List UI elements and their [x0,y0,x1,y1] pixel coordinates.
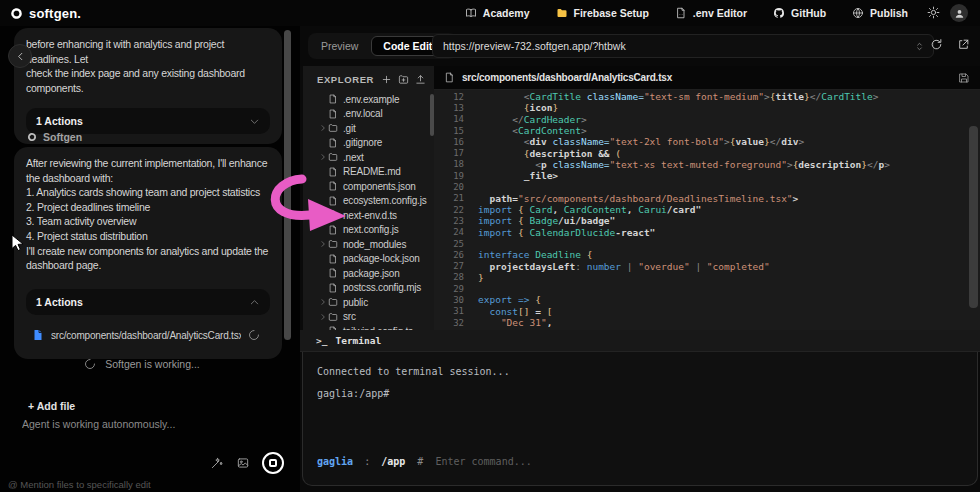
actions-label: 1 Actions [36,296,249,308]
code-line: 19 _file> [434,170,980,181]
code-line: 21 path="src/components/dashboard/Deadli… [434,193,980,204]
terminal-user: gaglia [317,456,353,467]
tab-preview[interactable]: Preview [310,37,369,55]
new-file-plus-icon[interactable] [381,74,392,85]
line-number: 32 [434,318,464,328]
explorer-item--next[interactable]: .next [303,150,434,165]
user-avatar[interactable] [950,4,968,22]
explorer-item-name: src [338,311,356,322]
explorer-item-src[interactable]: src [303,310,434,325]
file-icon [328,138,338,148]
refresh-icon[interactable] [930,38,943,51]
explorer-item-public[interactable]: public [303,295,434,310]
code-line: 15 <CardContent> [434,125,980,136]
previous-agent-message: before enhancing it with analytics and p… [14,28,282,144]
explorer-item-package-json[interactable]: package.json [303,266,434,281]
code-line: 18 <p className="text-xs text-muted-fore… [434,159,980,170]
explorer-item-name: components.json [338,181,416,192]
url-input[interactable] [433,40,914,52]
env-file-icon [675,7,687,19]
nav-item-firebase-setup[interactable]: Firebase Setup [556,7,649,19]
external-link-icon[interactable] [957,38,970,51]
explorer-item--git[interactable]: .git [303,121,434,136]
file-icon [328,94,338,104]
line-number: 13 [434,103,464,113]
chevron-right-icon [317,298,328,306]
explorer-item--gitignore[interactable]: .gitignore [303,136,434,151]
code-text: import { CalendarDlucide-react" [464,227,655,238]
image-icon[interactable] [236,456,250,470]
editor-open-file-path[interactable]: src/components/dashboard/AnalyticsCard.t… [462,72,951,83]
github-icon [773,7,785,19]
chat-message-line: 2. Project deadlines timeline [26,200,270,215]
explorer-item-postcss-config-mjs[interactable]: postcss.config.mjs [303,281,434,296]
folder-icon [328,297,338,307]
explorer-item-components-json[interactable]: components.json [303,179,434,194]
code-area[interactable]: 12 <CardTitle className="text-sm font-me… [434,90,980,330]
explorer-item-next-env-d-ts[interactable]: next-env.d.ts [303,208,434,223]
explorer-item-next-config-js[interactable]: next.config.js [303,223,434,238]
globe-icon [852,7,864,19]
line-number: 18 [434,159,464,169]
nav-item-publish[interactable]: Publish [852,7,908,19]
line-number: 17 [434,148,464,158]
file-icon [328,109,338,119]
wand-icon[interactable] [210,456,224,470]
collapse-panel-button[interactable] [8,44,32,68]
code-text: import { Card, CardContent, Carui/card" [464,204,701,215]
terminal-path: /app [381,456,405,467]
file-icon [328,210,338,220]
chat-scrollbar[interactable] [284,30,291,340]
terminal-prompt[interactable]: gaglia : /app # Enter command... [317,456,532,467]
explorer-item--env-local[interactable]: .env.local [303,107,434,122]
nav-item-label: .env Editor [693,7,747,19]
code-line: 25 [434,238,980,249]
line-number: 28 [434,272,464,282]
line-number: 20 [434,182,464,192]
action-file-path: src/components/dashboard/AnalyticsCard.t… [51,330,241,341]
code-line: 30export => { [434,294,980,305]
editor-scrollbar[interactable] [969,126,978,308]
chat-message-line: 1. Analytics cards showing team and proj… [26,185,270,200]
explorer-item-README-md[interactable]: README.md [303,165,434,180]
line-number: 16 [434,137,464,147]
explorer-item-name: package.json [338,268,400,279]
new-folder-icon[interactable] [398,74,409,85]
code-text: {icon} [464,102,558,113]
chevron-left-icon [15,51,26,62]
line-number: 14 [434,114,464,124]
terminal-output-line: Connected to terminal session... [317,366,963,377]
add-file-button[interactable]: + Add file [28,400,75,412]
nav-item-github[interactable]: GitHub [773,7,826,19]
document-icon [32,329,44,341]
sun-icon[interactable] [927,6,940,19]
explorer-item--env-example[interactable]: .env.example [303,92,434,107]
explorer-item-name: public [338,297,368,308]
nav-item-label: GitHub [791,7,826,19]
chat-panel: before enhancing it with analytics and p… [0,26,300,492]
explorer-item-package-lock-json[interactable]: package-lock.json [303,252,434,267]
actions-label: 1 Actions [36,115,249,127]
line-number: 23 [434,216,464,226]
explorer-header: EXPLORER [303,66,434,92]
save-icon[interactable] [958,72,970,84]
explorer-item-ecosystem-config-js[interactable]: ecosystem.config.js [303,194,434,209]
stop-icon [269,459,277,467]
explorer-item-name: node_modules [338,239,406,250]
stop-button[interactable] [262,452,284,474]
line-number: 24 [434,227,464,237]
nav-item-academy[interactable]: Academy [465,7,530,19]
terminal-header[interactable]: >_ Terminal [300,330,980,352]
upload-icon[interactable] [415,74,426,85]
actions-collapsible-expanded[interactable]: 1 Actions [26,289,270,315]
file-icon [328,196,338,206]
terminal-body[interactable]: Connected to terminal session...gaglia:/… [302,352,978,486]
explorer-list: .env.example.env.local.git.gitignore.nex… [303,92,434,330]
action-file-row[interactable]: src/components/dashboard/AnalyticsCard.t… [26,323,270,347]
nav-item--env-editor[interactable]: .env Editor [675,7,747,19]
code-line: 26interface Deadline { [434,249,980,260]
explorer-item-node-modules[interactable]: node_modules [303,237,434,252]
line-number: 31 [434,306,464,316]
chat-message-line: 3. Team activity overview [26,214,270,229]
brand[interactable]: softgen. [0,6,81,21]
